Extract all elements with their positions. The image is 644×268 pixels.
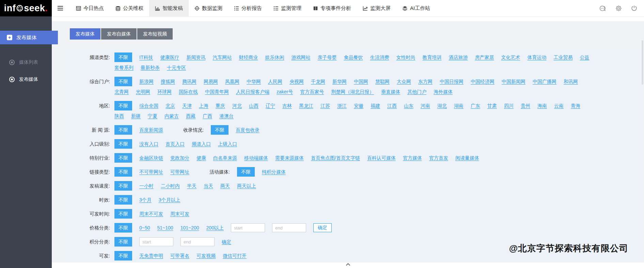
filter-option[interactable]: 生活消费	[370, 52, 389, 62]
hamburger-icon[interactable]	[52, 0, 69, 16]
filter-option-selected[interactable]: 不限	[237, 167, 255, 177]
filter-option[interactable]: 重庆	[216, 101, 225, 111]
filter-option[interactable]: 51~100	[157, 223, 173, 233]
filter-option[interactable]: 两天	[220, 181, 230, 191]
filter-option[interactable]: 人民日报客户端	[236, 87, 269, 97]
filter-option[interactable]: 娱乐休闲	[265, 52, 284, 62]
filter-option[interactable]: 首页焦点图/首页文字链	[311, 153, 360, 163]
filter-option[interactable]: 河北	[232, 101, 242, 111]
filter-option[interactable]: 文化艺术	[501, 52, 520, 62]
filter-option[interactable]: 新闻资讯	[186, 52, 205, 62]
filter-option[interactable]: 辽宁	[266, 101, 275, 111]
filter-option[interactable]: 大众网	[397, 76, 411, 87]
filter-option[interactable]: 吉林	[282, 101, 292, 111]
filter-option[interactable]: 房产家居	[475, 52, 494, 62]
nav-item-8[interactable]: 监测大屏	[357, 0, 396, 16]
filter-option[interactable]: 亲子母婴	[317, 52, 336, 62]
nav-item-6[interactable]: 监测管理	[268, 0, 307, 16]
filter-option[interactable]: 网易网	[204, 76, 218, 87]
filter-option[interactable]: 首页入口	[166, 139, 185, 149]
filter-option[interactable]: 陕西	[114, 111, 124, 121]
filter-option-selected[interactable]: 不限	[114, 223, 132, 233]
filter-option[interactable]: 0~50	[139, 223, 150, 233]
filter-option[interactable]: 荆楚网（湖北日报）	[331, 87, 374, 97]
sidebar-item-1[interactable]: 媒体列表	[0, 54, 52, 71]
filter-option[interactable]: 千龙网	[311, 76, 325, 87]
filter-option[interactable]: 中国新闻网	[502, 76, 525, 87]
tab-1[interactable]: 发布媒体	[70, 28, 100, 40]
filter-option[interactable]: 百科认可媒体	[367, 153, 396, 163]
filter-option[interactable]: 江苏	[320, 101, 330, 111]
filter-option[interactable]: 可带网址	[170, 167, 189, 177]
filter-option[interactable]: 阅读量媒体	[455, 153, 479, 163]
filter-option[interactable]: 3个月以上	[159, 195, 180, 205]
filter-option[interactable]: 中国网	[354, 76, 368, 87]
filter-option[interactable]: 黑龙江	[299, 101, 313, 111]
filter-option[interactable]: 上海	[199, 101, 208, 111]
filter-option-selected[interactable]: 不限	[114, 101, 132, 110]
filter-option[interactable]: 北京	[166, 101, 175, 111]
filter-option[interactable]: 凤凰网	[225, 76, 239, 87]
filter-option[interactable]: IT科技	[139, 52, 153, 62]
filter-option-selected[interactable]: 不限	[114, 195, 132, 205]
tab-3[interactable]: 发布短视频	[137, 28, 173, 40]
filter-option[interactable]: 两天以上	[237, 181, 256, 191]
filter-option[interactable]: 福建	[371, 101, 380, 111]
filter-option[interactable]: 湖北	[437, 101, 447, 111]
settings-icon[interactable]	[615, 5, 622, 12]
filter-option[interactable]: 百度新闻源	[139, 125, 163, 135]
filter-option[interactable]: 党政加分	[170, 153, 189, 163]
filter-option[interactable]: 女性时尚	[396, 52, 415, 62]
filter-option[interactable]: 甘肃	[487, 101, 497, 111]
nav-item-9[interactable]: AI工作站	[396, 0, 436, 16]
filter-option[interactable]: 金融区块链	[139, 153, 163, 163]
filter-option-selected[interactable]: 不限	[114, 77, 132, 86]
filter-option[interactable]: 和讯网	[564, 76, 578, 87]
filter-option-selected[interactable]: 不限	[114, 153, 132, 163]
filter-option[interactable]: 宁夏	[148, 111, 157, 121]
filter-option[interactable]: 健康医疗	[160, 52, 179, 62]
filter-option[interactable]: 其他门户	[407, 87, 426, 97]
filter-option[interactable]: 200以上	[206, 223, 224, 233]
filter-option[interactable]: 二小时内	[161, 181, 180, 191]
filter-option[interactable]: 中国青年网	[205, 87, 229, 97]
filter-option[interactable]: 无免责申明	[139, 251, 163, 261]
filter-option[interactable]: 周末不可发	[139, 209, 163, 219]
nav-item-3[interactable]: 智能发稿	[149, 0, 189, 16]
range-end-input[interactable]	[272, 223, 306, 232]
filter-option[interactable]: 官方媒体	[403, 153, 422, 163]
filter-option[interactable]: 青海	[571, 101, 580, 111]
filter-option[interactable]: 搜狐网	[161, 76, 175, 87]
filter-option[interactable]: 十元专区	[167, 62, 186, 73]
filter-option[interactable]: 中国广播网	[533, 76, 556, 87]
filter-option[interactable]: 纯积分媒体	[262, 167, 286, 177]
filter-option[interactable]: 北青网	[114, 87, 129, 97]
filter-option[interactable]: 101~200	[180, 223, 199, 233]
filter-option[interactable]: 浙江	[337, 101, 347, 111]
filter-option-selected[interactable]: 不限	[114, 167, 132, 177]
filter-option[interactable]: 食品餐饮	[344, 52, 363, 62]
filter-option[interactable]: 海外媒体	[434, 87, 453, 97]
filter-option[interactable]: 新浪网	[139, 76, 154, 87]
sidebar-item-2[interactable]: 发布媒体	[0, 71, 52, 88]
filter-option[interactable]: 海南	[537, 101, 547, 111]
tab-2[interactable]: 发布自媒体	[101, 28, 137, 40]
filter-option[interactable]: 教育培训	[422, 52, 441, 62]
filter-option[interactable]: 当天	[204, 181, 213, 191]
filter-option[interactable]: 人民网	[268, 76, 282, 87]
filter-option[interactable]: 不可带网址	[139, 167, 163, 177]
filter-option[interactable]: 白名单来源	[213, 153, 237, 163]
filter-option[interactable]: 慧聪网	[375, 76, 390, 87]
confirm-button[interactable]: 确定	[313, 223, 332, 232]
filter-option-selected[interactable]: 不限	[114, 209, 132, 219]
filter-option[interactable]: 百度包收录	[236, 125, 260, 135]
filter-option-selected[interactable]: 不限	[211, 125, 229, 135]
filter-option[interactable]: 垂直媒体	[381, 87, 400, 97]
filter-option-selected[interactable]: 不限	[114, 53, 132, 62]
filter-option[interactable]: 公益	[580, 52, 589, 62]
filter-option[interactable]: 环球网	[157, 87, 172, 97]
filter-option[interactable]: 官方百家号	[300, 87, 324, 97]
filter-option[interactable]: 3个月	[139, 195, 152, 205]
filter-option[interactable]: 中国日报网	[440, 76, 464, 87]
filter-option[interactable]: 综合全国	[139, 101, 158, 111]
